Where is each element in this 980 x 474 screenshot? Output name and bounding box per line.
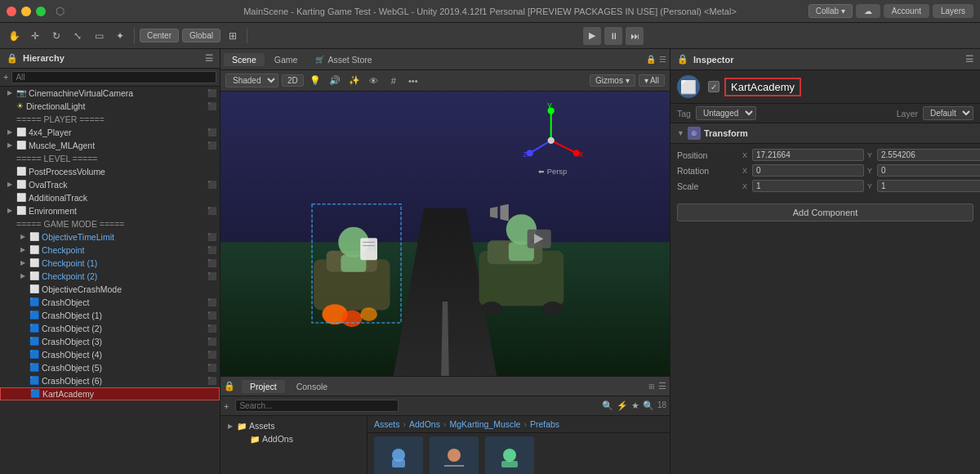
list-item[interactable]: ===== PLAYER =====: [0, 113, 220, 126]
audio-icon[interactable]: 🔊: [327, 73, 343, 89]
list-item[interactable]: 🟦 CrashObject (1) ⬛: [0, 309, 220, 322]
list-item[interactable]: ▶ ⬜ Environment ⬛: [0, 204, 220, 217]
list-item[interactable]: ▶ ⬜ ObjectiveTimeLimit ⬛: [0, 230, 220, 244]
search-icon[interactable]: 🔍: [602, 400, 613, 411]
hidden-icon[interactable]: 👁: [366, 73, 382, 89]
breadcrumb-mgkarting[interactable]: MgKarting_Muscle: [449, 419, 520, 429]
scene-viewport[interactable]: x y z ⬅ Persp: [220, 92, 670, 376]
layer-select[interactable]: Default: [923, 106, 973, 120]
collab-button[interactable]: Collab ▾: [808, 4, 853, 18]
2d-button[interactable]: 2D: [282, 74, 304, 87]
folder-icon: 📁: [250, 435, 260, 444]
menu-icon[interactable]: ☰: [659, 55, 666, 64]
tab-console[interactable]: Console: [288, 380, 336, 393]
star-icon[interactable]: ★: [631, 400, 639, 411]
shading-select[interactable]: Shaded: [225, 74, 278, 87]
hierarchy-scroll[interactable]: ▶ 📷 CinemachineVirtualCamera ⬛ ☀ Directi…: [0, 87, 220, 474]
add-icon[interactable]: +: [224, 401, 229, 411]
account-button[interactable]: Account: [884, 4, 929, 18]
close-button[interactable]: [7, 7, 16, 16]
inspector-menu-icon[interactable]: ☰: [965, 54, 973, 64]
list-item[interactable]: ☀ DirectionalLight ⬛: [0, 100, 220, 113]
asset-thumb: [374, 436, 423, 474]
component-header[interactable]: ▼ ⊕ Transform: [670, 123, 980, 144]
list-icon: ⬛: [207, 102, 216, 110]
all-button[interactable]: ▾ All: [639, 74, 665, 87]
filter-icon[interactable]: ⚡: [617, 400, 628, 411]
tab-scene[interactable]: Scene: [224, 53, 265, 66]
pos-x-input[interactable]: [752, 149, 864, 161]
item-label: CrashObject (1): [42, 311, 102, 320]
checkpoint-2-item[interactable]: ▶ ⬜ Checkpoint (2) ⬛: [0, 270, 220, 283]
center-button[interactable]: Center: [140, 29, 179, 42]
scale-tool[interactable]: ⤡: [69, 27, 87, 45]
rotate-tool[interactable]: ↻: [47, 27, 65, 45]
rotation-fields: X Y Z: [742, 164, 980, 177]
asset-item[interactable]: Track: [485, 436, 534, 474]
object-name[interactable]: KartAcademy: [724, 78, 801, 96]
list-item[interactable]: ===== LEVEL =====: [0, 152, 220, 165]
pause-button[interactable]: ⏸: [604, 27, 622, 45]
asset-item[interactable]: Agent: [374, 436, 423, 474]
grid-icon[interactable]: #: [385, 73, 402, 89]
list-item[interactable]: ▶ ⬜ OvalTrack ⬛: [0, 178, 220, 191]
scale-y-input[interactable]: [877, 180, 980, 192]
tab-game[interactable]: Game: [266, 53, 306, 66]
active-toggle[interactable]: ✓: [708, 81, 719, 92]
minimize-button[interactable]: [21, 7, 31, 16]
list-item[interactable]: 🟦 CrashObject (2) ⬛: [0, 322, 220, 335]
inspector-scroll[interactable]: ⬜ ✓ KartAcademy Tag Untagged Layer Defau…: [670, 70, 980, 474]
checkpoint-item[interactable]: ▶ ⬜ Checkpoint ⬛: [0, 244, 220, 257]
list-item[interactable]: 🟦 CrashObject (5) ⬛: [0, 361, 220, 374]
add-icon[interactable]: +: [3, 72, 8, 82]
list-item[interactable]: ⬜ ObjectiveCrashMode: [0, 283, 220, 296]
effects-icon[interactable]: ✨: [346, 73, 363, 89]
breadcrumb-addons[interactable]: AddOns: [409, 419, 440, 429]
cloud-button[interactable]: ☁: [856, 4, 880, 18]
list-item[interactable]: ▶ ⬜ Muscle_MLAgent ⬛: [0, 139, 220, 152]
asset-item[interactable]: Kart: [430, 436, 479, 474]
transform-tool[interactable]: ✦: [111, 27, 129, 45]
kartacademy-item[interactable]: 🟦 KartAcademy: [0, 387, 220, 400]
assets-item[interactable]: ▶ 📁 Assets: [220, 419, 367, 432]
add-component-button[interactable]: Add Component: [677, 203, 973, 221]
hierarchy-search[interactable]: [11, 71, 216, 83]
list-item[interactable]: ▶ 📷 CinemachineVirtualCamera ⬛: [0, 87, 220, 100]
global-button[interactable]: Global: [182, 29, 220, 42]
layers-button[interactable]: Layers: [933, 4, 973, 18]
hand-tool[interactable]: ✋: [5, 27, 23, 45]
maximize-button[interactable]: [36, 7, 46, 16]
addons-item[interactable]: 📁 AddOns: [220, 432, 367, 445]
svg-rect-41: [501, 461, 518, 467]
project-search[interactable]: [235, 400, 399, 412]
list-item[interactable]: 🟦 CrashObject (4) ⬛: [0, 348, 220, 361]
hierarchy-menu-icon[interactable]: ☰: [205, 53, 213, 64]
rect-tool[interactable]: ▭: [90, 27, 108, 45]
tab-project[interactable]: Project: [242, 380, 285, 393]
move-tool[interactable]: ✛: [26, 27, 44, 45]
step-button[interactable]: ⏭: [626, 27, 644, 45]
list-item[interactable]: ⬜ PostProcessVolume: [0, 165, 220, 178]
scale-x-input[interactable]: [752, 180, 864, 192]
lights-icon[interactable]: 💡: [307, 73, 323, 89]
list-item[interactable]: ===== GAME MODE =====: [0, 217, 220, 230]
list-item[interactable]: 🟦 CrashObject ⬛: [0, 296, 220, 309]
list-item[interactable]: ⬜ AdditionalTrack: [0, 191, 220, 204]
bottom-menu-icon[interactable]: ☰: [658, 381, 666, 391]
list-item[interactable]: 🟦 CrashObject (6) ⬛: [0, 374, 220, 387]
item-label: DirectionalLight: [26, 101, 85, 111]
tab-asset-store[interactable]: 🛒 Asset Store: [307, 53, 380, 66]
breadcrumb-prefabs[interactable]: Prefabs: [530, 419, 559, 429]
breadcrumb-assets[interactable]: Assets: [374, 419, 400, 429]
checkpoint-1-item[interactable]: ▶ ⬜ Checkpoint (1) ⬛: [0, 257, 220, 270]
pos-y-input[interactable]: [877, 149, 980, 161]
more-icon[interactable]: •••: [405, 73, 421, 89]
gizmos-button[interactable]: Gizmos ▾: [590, 74, 635, 87]
tag-select[interactable]: Untagged: [696, 106, 756, 120]
list-item[interactable]: 🟦 CrashObject (3) ⬛: [0, 335, 220, 348]
play-button[interactable]: ▶: [583, 27, 601, 45]
rot-x-input[interactable]: [752, 164, 864, 177]
rot-y-input[interactable]: [877, 164, 980, 177]
grid-icon[interactable]: ⊞: [224, 27, 242, 45]
list-item[interactable]: ▶ ⬜ 4x4_Player ⬛: [0, 126, 220, 139]
